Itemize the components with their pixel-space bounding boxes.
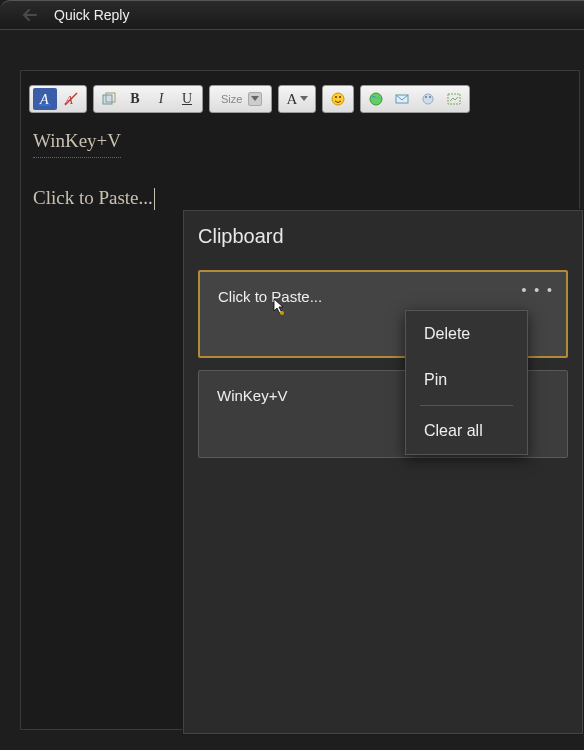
menu-delete[interactable]: Delete <box>406 311 527 357</box>
menu-pin[interactable]: Pin <box>406 357 527 403</box>
compose-area[interactable]: WinKey+V Click to Paste... <box>21 121 579 218</box>
clipboard-popup: Clipboard Click to Paste... • • • WinKey… <box>183 210 583 734</box>
font-group[interactable]: A <box>278 85 316 113</box>
globe-icon[interactable] <box>364 88 388 110</box>
svg-point-9 <box>370 93 382 105</box>
size-dropdown-icon[interactable] <box>248 92 262 106</box>
image-icon[interactable] <box>416 88 440 110</box>
italic-button[interactable]: I <box>149 88 173 110</box>
svg-rect-1 <box>39 104 51 106</box>
svg-rect-4 <box>103 95 112 104</box>
svg-point-6 <box>332 93 344 105</box>
envelope-icon[interactable] <box>390 88 414 110</box>
svg-point-12 <box>425 96 427 98</box>
svg-point-8 <box>339 96 341 98</box>
svg-point-11 <box>423 94 433 104</box>
font-style-group: A A <box>29 85 87 113</box>
text-color-a-icon[interactable]: A <box>33 88 57 110</box>
text-caret <box>154 188 155 210</box>
frame-icon[interactable] <box>442 88 466 110</box>
emoji-group[interactable] <box>322 85 354 113</box>
link-group <box>360 85 470 113</box>
clear-format-icon[interactable]: A <box>59 88 83 110</box>
svg-point-13 <box>429 96 431 98</box>
size-label: Size <box>221 93 242 105</box>
svg-point-15 <box>280 311 284 315</box>
attachment-group: B I U <box>93 85 203 113</box>
compose-line-1: WinKey+V <box>33 127 121 158</box>
compose-line-2: Click to Paste... <box>33 184 567 213</box>
more-icon[interactable]: • • • <box>522 282 554 298</box>
cursor-icon <box>272 298 286 316</box>
size-group[interactable]: Size <box>209 85 272 113</box>
context-menu: Delete Pin Clear all <box>405 310 528 455</box>
attach-icon[interactable] <box>97 88 121 110</box>
title-bar: Quick Reply <box>0 0 584 30</box>
bold-button[interactable]: B <box>123 88 147 110</box>
clipboard-title: Clipboard <box>198 225 568 248</box>
editor-toolbar: A A B I U Size A <box>21 81 579 121</box>
smiley-icon[interactable] <box>326 88 350 110</box>
back-icon[interactable] <box>16 4 42 26</box>
menu-separator <box>420 405 513 406</box>
clipboard-item-text: WinKey+V <box>217 387 287 404</box>
menu-clear-all[interactable]: Clear all <box>406 408 527 454</box>
svg-point-7 <box>335 96 337 98</box>
underline-button[interactable]: U <box>175 88 199 110</box>
window-title: Quick Reply <box>54 7 129 23</box>
clipboard-item-text: Click to Paste... <box>218 288 322 305</box>
